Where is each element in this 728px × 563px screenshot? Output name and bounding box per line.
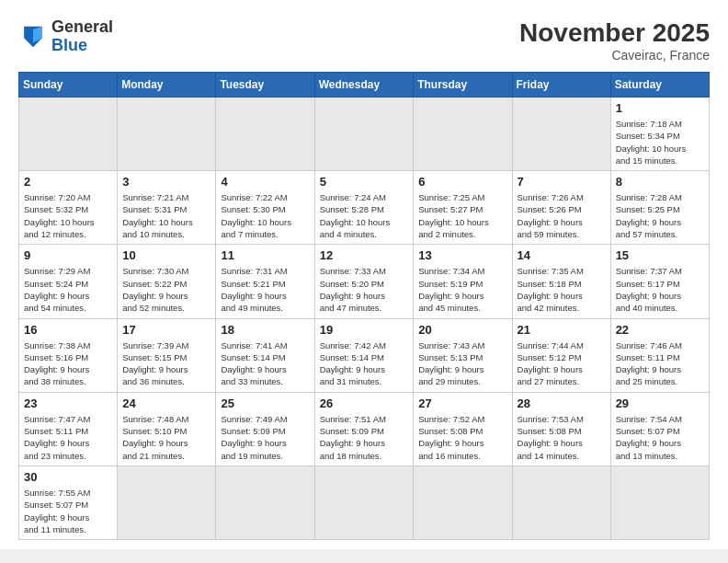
table-row	[610, 465, 709, 539]
day-info: Sunrise: 7:31 AMSunset: 5:21 PMDaylight:…	[221, 265, 309, 314]
day-number: 17	[122, 323, 210, 337]
table-row	[512, 98, 610, 171]
table-row: 13Sunrise: 7:34 AMSunset: 5:19 PMDayligh…	[414, 245, 512, 318]
col-monday: Monday	[118, 73, 216, 98]
calendar-week-row: 1Sunrise: 7:18 AMSunset: 5:34 PMDaylight…	[19, 98, 710, 171]
table-row	[19, 98, 118, 171]
day-info: Sunrise: 7:26 AMSunset: 5:26 PMDaylight:…	[518, 191, 606, 240]
day-number: 22	[616, 323, 704, 337]
day-info: Sunrise: 7:33 AMSunset: 5:20 PMDaylight:…	[320, 265, 409, 314]
table-row: 19Sunrise: 7:42 AMSunset: 5:14 PMDayligh…	[314, 318, 414, 392]
day-number: 20	[418, 323, 506, 337]
table-row: 12Sunrise: 7:33 AMSunset: 5:20 PMDayligh…	[314, 245, 414, 318]
table-row	[414, 98, 512, 171]
table-row: 20Sunrise: 7:43 AMSunset: 5:13 PMDayligh…	[414, 318, 512, 392]
logo: General Blue	[18, 18, 113, 55]
day-number: 23	[24, 396, 112, 410]
col-wednesday: Wednesday	[314, 73, 414, 98]
table-row: 26Sunrise: 7:51 AMSunset: 5:09 PMDayligh…	[314, 392, 414, 465]
day-info: Sunrise: 7:22 AMSunset: 5:30 PMDaylight:…	[221, 191, 309, 240]
day-number: 13	[418, 248, 506, 262]
day-number: 1	[616, 101, 704, 115]
day-number: 4	[221, 175, 309, 189]
table-row: 14Sunrise: 7:35 AMSunset: 5:18 PMDayligh…	[512, 245, 610, 318]
table-row: 21Sunrise: 7:44 AMSunset: 5:12 PMDayligh…	[512, 318, 610, 392]
table-row: 22Sunrise: 7:46 AMSunset: 5:11 PMDayligh…	[610, 318, 709, 392]
table-row: 4Sunrise: 7:22 AMSunset: 5:30 PMDaylight…	[216, 171, 314, 245]
day-info: Sunrise: 7:20 AMSunset: 5:32 PMDaylight:…	[24, 191, 112, 240]
col-thursday: Thursday	[414, 73, 512, 98]
table-row	[414, 465, 512, 539]
day-info: Sunrise: 7:28 AMSunset: 5:25 PMDaylight:…	[616, 191, 704, 240]
day-info: Sunrise: 7:51 AMSunset: 5:09 PMDaylight:…	[320, 413, 409, 462]
table-row: 17Sunrise: 7:39 AMSunset: 5:15 PMDayligh…	[118, 318, 216, 392]
logo-blue: Blue	[51, 36, 87, 54]
table-row: 11Sunrise: 7:31 AMSunset: 5:21 PMDayligh…	[216, 245, 314, 318]
table-row: 23Sunrise: 7:47 AMSunset: 5:11 PMDayligh…	[19, 392, 118, 465]
table-row: 3Sunrise: 7:21 AMSunset: 5:31 PMDaylight…	[118, 171, 216, 245]
table-row: 30Sunrise: 7:55 AMSunset: 5:07 PMDayligh…	[19, 465, 118, 539]
day-info: Sunrise: 7:42 AMSunset: 5:14 PMDaylight:…	[320, 339, 409, 388]
table-row: 28Sunrise: 7:53 AMSunset: 5:08 PMDayligh…	[512, 392, 610, 465]
day-info: Sunrise: 7:37 AMSunset: 5:17 PMDaylight:…	[616, 265, 704, 314]
calendar-week-row: 23Sunrise: 7:47 AMSunset: 5:11 PMDayligh…	[19, 392, 710, 465]
calendar-week-row: 2Sunrise: 7:20 AMSunset: 5:32 PMDaylight…	[19, 171, 710, 245]
table-row	[118, 465, 216, 539]
day-info: Sunrise: 7:47 AMSunset: 5:11 PMDaylight:…	[24, 413, 112, 462]
day-info: Sunrise: 7:35 AMSunset: 5:18 PMDaylight:…	[518, 265, 606, 314]
table-row: 5Sunrise: 7:24 AMSunset: 5:28 PMDaylight…	[314, 171, 414, 245]
logo-icon	[18, 22, 48, 52]
table-row: 16Sunrise: 7:38 AMSunset: 5:16 PMDayligh…	[19, 318, 118, 392]
table-row: 24Sunrise: 7:48 AMSunset: 5:10 PMDayligh…	[118, 392, 216, 465]
day-info: Sunrise: 7:25 AMSunset: 5:27 PMDaylight:…	[418, 191, 506, 240]
day-number: 18	[221, 323, 309, 337]
day-number: 26	[320, 396, 409, 410]
col-friday: Friday	[512, 73, 610, 98]
table-row	[512, 465, 610, 539]
day-number: 29	[616, 396, 704, 410]
day-number: 11	[221, 248, 309, 262]
day-number: 6	[418, 175, 506, 189]
day-number: 25	[221, 396, 309, 410]
table-row: 8Sunrise: 7:28 AMSunset: 5:25 PMDaylight…	[610, 171, 709, 245]
day-info: Sunrise: 7:44 AMSunset: 5:12 PMDaylight:…	[518, 339, 606, 388]
logo-text: General Blue	[51, 18, 113, 55]
day-info: Sunrise: 7:18 AMSunset: 5:34 PMDaylight:…	[616, 118, 704, 167]
day-number: 15	[616, 248, 704, 262]
location: Caveirac, France	[519, 48, 710, 63]
month-title: November 2025	[519, 18, 710, 48]
table-row	[314, 98, 414, 171]
table-row	[314, 465, 414, 539]
calendar: Sunday Monday Tuesday Wednesday Thursday…	[18, 72, 710, 540]
table-row	[216, 98, 314, 171]
day-number: 30	[24, 470, 112, 484]
col-saturday: Saturday	[610, 73, 709, 98]
table-row: 15Sunrise: 7:37 AMSunset: 5:17 PMDayligh…	[610, 245, 709, 318]
day-number: 7	[518, 175, 606, 189]
day-info: Sunrise: 7:54 AMSunset: 5:07 PMDaylight:…	[616, 413, 704, 462]
header: General Blue November 2025 Caveirac, Fra…	[18, 18, 710, 63]
day-number: 28	[518, 396, 606, 410]
page: General Blue November 2025 Caveirac, Fra…	[0, 0, 728, 549]
day-info: Sunrise: 7:21 AMSunset: 5:31 PMDaylight:…	[122, 191, 210, 240]
day-info: Sunrise: 7:41 AMSunset: 5:14 PMDaylight:…	[221, 339, 309, 388]
calendar-week-row: 16Sunrise: 7:38 AMSunset: 5:16 PMDayligh…	[19, 318, 710, 392]
day-info: Sunrise: 7:38 AMSunset: 5:16 PMDaylight:…	[24, 339, 112, 388]
day-info: Sunrise: 7:52 AMSunset: 5:08 PMDaylight:…	[418, 413, 506, 462]
day-info: Sunrise: 7:53 AMSunset: 5:08 PMDaylight:…	[518, 413, 606, 462]
day-number: 16	[24, 323, 112, 337]
col-sunday: Sunday	[19, 73, 118, 98]
day-number: 3	[122, 175, 210, 189]
day-info: Sunrise: 7:29 AMSunset: 5:24 PMDaylight:…	[24, 265, 112, 314]
col-tuesday: Tuesday	[216, 73, 314, 98]
table-row	[216, 465, 314, 539]
day-info: Sunrise: 7:39 AMSunset: 5:15 PMDaylight:…	[122, 339, 210, 388]
calendar-week-row: 9Sunrise: 7:29 AMSunset: 5:24 PMDaylight…	[19, 245, 710, 318]
day-number: 21	[518, 323, 606, 337]
day-info: Sunrise: 7:55 AMSunset: 5:07 PMDaylight:…	[24, 487, 112, 535]
table-row: 10Sunrise: 7:30 AMSunset: 5:22 PMDayligh…	[118, 245, 216, 318]
day-number: 24	[122, 396, 210, 410]
day-number: 19	[320, 323, 409, 337]
title-block: November 2025 Caveirac, France	[519, 18, 710, 63]
day-info: Sunrise: 7:49 AMSunset: 5:09 PMDaylight:…	[221, 413, 309, 462]
